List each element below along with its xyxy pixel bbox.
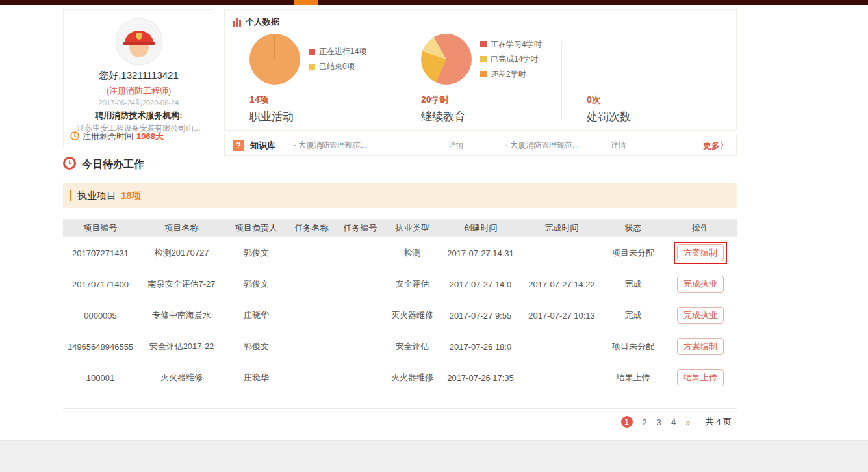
cell-task-name	[287, 269, 336, 300]
page-3-button[interactable]: 3	[657, 417, 661, 427]
legend-label: 正在学习4学时	[491, 39, 542, 50]
cell-task-name	[287, 300, 336, 331]
punishment-section: 0次 处罚次数	[562, 29, 736, 124]
projects-table: 项目编号 项目名称 项目负责人 任务名称 任务编号 执业类型 创建时间 完成时间…	[63, 219, 737, 393]
table-row: 14965648946555 安全评估2017-22 郭俊文 安全评估 2017…	[63, 331, 737, 362]
page-4-button[interactable]: 4	[671, 417, 676, 427]
knowledge-item-link[interactable]: · 大厦消防管理规范...	[505, 140, 611, 151]
col-task-name: 任务名称	[287, 219, 336, 237]
legend-item: 正在学习4学时	[480, 39, 542, 50]
upload-result-button[interactable]: 结果上传	[677, 369, 724, 386]
legend-label: 还差2学时	[491, 69, 526, 80]
cell-project-name: 检测20170727	[138, 237, 225, 269]
col-practice-type: 执业类型	[385, 219, 440, 237]
cell-practice-type: 检测	[385, 237, 440, 269]
knowledge-base-bar: ? 知识库 · 大厦消防管理规范... 详情 · 大厦消防管理规范... 详情 …	[224, 135, 737, 156]
bar-chart-icon	[233, 18, 241, 27]
band-accent-bar	[70, 190, 71, 201]
profile-card: 您好,13211113421 (注册消防工程师) 2017-06-24到2020…	[63, 9, 214, 148]
cell-practice-type: 灭火器维修	[385, 300, 440, 331]
page: 您好,13211113421 (注册消防工程师) 2017-06-24到2020…	[0, 0, 868, 472]
knowledge-item-link[interactable]: · 大厦消防管理规范...	[294, 140, 448, 151]
status-badge: 完成	[602, 269, 664, 300]
punishment-count: 0次	[587, 94, 736, 106]
knowledge-item-detail-link[interactable]: 详情	[448, 140, 505, 151]
col-project-leader: 项目负责人	[225, 219, 287, 237]
cell-practice-type: 安全评估	[385, 331, 440, 362]
cell-project-id: 0000005	[63, 300, 138, 331]
knowledge-more-link[interactable]: 更多〉	[703, 140, 728, 151]
cell-task-name	[287, 331, 336, 362]
projects-title: 执业项目	[77, 190, 116, 202]
col-status: 状态	[602, 219, 664, 237]
plan-compile-button[interactable]: 方案编制	[677, 338, 724, 355]
education-legend: 正在学习4学时 已完成14学时 还差2学时	[480, 39, 542, 80]
activity-section: 正在进行14项 已结束0项 14项 职业活动	[225, 29, 396, 124]
legend-swatch	[309, 64, 315, 70]
table-row: 201707171400 南泉安全评估7-27 郭俊文 安全评估 2017-07…	[63, 269, 737, 300]
employer-label: 聘用消防技术服务机构:	[64, 110, 214, 122]
table-header-row: 项目编号 项目名称 项目负责人 任务名称 任务编号 执业类型 创建时间 完成时间…	[63, 219, 737, 237]
table-row: 100001 灭火器维修 庄晓华 灭火器维修 2017-07-26 17:35 …	[63, 362, 737, 393]
question-mark-icon: ?	[233, 140, 244, 151]
cell-finished-time	[521, 331, 602, 362]
next-page-button[interactable]: »	[685, 417, 690, 427]
table-row: 0000005 专修中南海晨水 庄晓华 灭火器维修 2017-07-27 9:5…	[63, 300, 737, 331]
cell-finished-time: 2017-07-27 14:22	[521, 269, 602, 300]
total-pages-label: 共 4 页	[706, 416, 732, 428]
cell-task-id	[336, 269, 385, 300]
user-greeting: 您好,13211113421	[64, 70, 214, 82]
knowledge-item-detail-link[interactable]: 详情	[611, 140, 668, 151]
cell-finished-time: 2017-07-27 10:13	[521, 300, 602, 331]
remaining-value: 1068天	[136, 131, 164, 142]
legend-item: 正在进行14项	[309, 46, 366, 57]
activity-pie-chart	[249, 34, 300, 85]
activity-count: 14项	[249, 94, 396, 106]
remaining-label: 注册剩余时间	[83, 131, 133, 142]
legend-swatch	[309, 49, 315, 55]
cell-created-time: 2017-07-26 17:35	[440, 362, 521, 393]
finish-practice-button[interactable]: 完成执业	[677, 276, 724, 293]
registration-remaining: 注册剩余时间 1068天	[70, 131, 164, 142]
todo-title: 今日待办工作	[82, 158, 144, 172]
col-operation: 操作	[664, 219, 737, 237]
education-section: 正在学习4学时 已完成14学时 还差2学时 20学时 继续教育	[396, 29, 561, 124]
page-1-button[interactable]: 1	[621, 416, 633, 428]
cell-finished-time	[521, 362, 602, 393]
activity-label: 职业活动	[249, 109, 396, 124]
cell-operation: 完成执业	[664, 300, 737, 331]
col-created-time: 创建时间	[440, 219, 521, 237]
todo-section-header: 今日待办工作	[63, 157, 144, 172]
page-2-button[interactable]: 2	[643, 417, 647, 427]
personal-data-sections: 正在进行14项 已结束0项 14项 职业活动 正在学习4学时 已完成14学时 还…	[225, 29, 736, 124]
personal-data-card: 个人数据 正在进行14项 已结束0项 14项 职业活动	[224, 9, 737, 131]
cell-practice-type: 灭火器维修	[385, 362, 440, 393]
legend-swatch	[480, 41, 487, 47]
education-label: 继续教育	[421, 109, 561, 124]
legend-swatch	[480, 56, 487, 62]
legend-item: 已完成14学时	[480, 54, 542, 65]
cell-finished-time	[521, 237, 602, 269]
plan-compile-button[interactable]: 方案编制	[677, 244, 724, 261]
cell-created-time: 2017-07-27 14:31	[440, 237, 521, 269]
cell-created-time: 2017-07-27 9:55	[440, 300, 521, 331]
cell-task-name	[287, 237, 336, 269]
cell-project-leader: 郭俊文	[225, 269, 287, 300]
finish-practice-button[interactable]: 完成执业	[677, 307, 724, 324]
personal-data-title: 个人数据	[246, 16, 279, 28]
cell-operation: 结果上传	[664, 362, 737, 393]
highlight-annotation-box: 方案编制	[674, 242, 727, 264]
knowledge-base-title: 知识库	[250, 140, 275, 151]
cell-project-name: 专修中南海晨水	[138, 300, 225, 331]
education-count: 20学时	[421, 94, 561, 106]
cell-project-name: 南泉安全评估7-27	[138, 269, 225, 300]
cell-task-id	[336, 362, 385, 393]
top-nav-active-segment[interactable]	[294, 0, 318, 5]
status-badge: 完成	[602, 300, 664, 331]
legend-label: 已结束0项	[319, 61, 355, 72]
cell-project-leader: 郭俊文	[225, 237, 287, 269]
cell-project-leader: 庄晓华	[225, 300, 287, 331]
certificate-date-range: 2017-06-24到2020-06-24	[64, 98, 214, 108]
legend-swatch	[480, 71, 487, 77]
legend-label: 正在进行14项	[319, 46, 366, 57]
